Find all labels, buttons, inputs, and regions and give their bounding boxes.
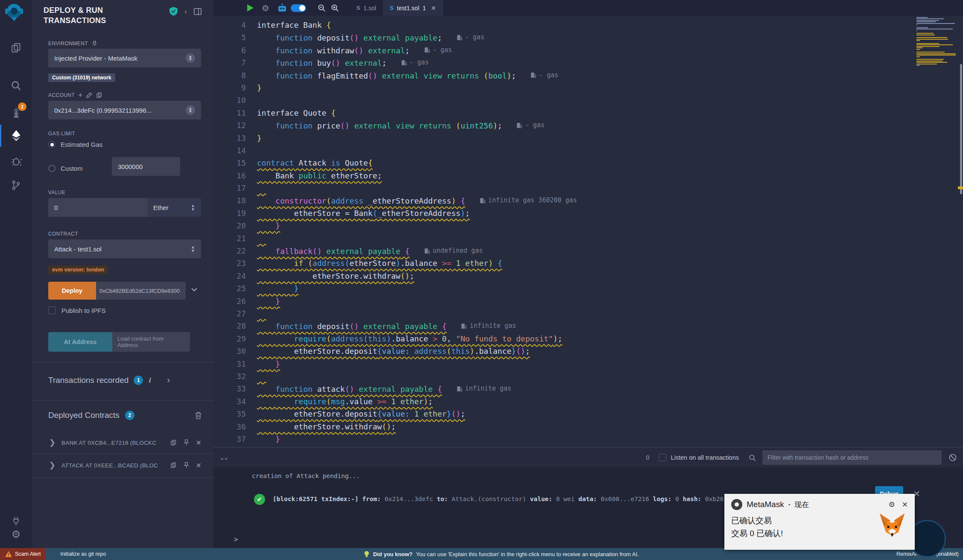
code-line[interactable]: 29 require(address(this).balance > 0, "N… [213,332,577,345]
code-line[interactable]: 18 constructor(address _etherStoreAddres… [213,194,577,207]
listen-all-checkbox[interactable] [659,454,666,461]
notification-close-icon[interactable]: ✕ [902,500,908,509]
expand-contract-icon[interactable]: ❯ [49,461,55,470]
deploy-run-icon[interactable] [0,126,32,145]
file-explorer-icon[interactable] [0,38,32,57]
deploy-address-input[interactable]: 0xCb492BEd52dC13fCD9e8300 [96,282,186,300]
gas-custom-input[interactable]: 3000000 [112,157,180,176]
code-line[interactable]: 37 } [213,433,577,445]
code-line[interactable]: 32 [213,370,577,382]
code-line[interactable]: 17 [213,182,577,194]
copy-account-icon[interactable] [96,92,102,99]
code-line[interactable]: 34 require(msg.value >= 1 ether); [213,395,577,408]
editor-settings-gear-icon[interactable]: ⚙ [262,3,269,13]
terminal-filter-input[interactable]: Filter with transaction hash or address [762,450,942,465]
at-address-button[interactable]: At Address [48,332,112,352]
add-account-icon[interactable]: + [78,91,82,99]
publish-ipfs-checkbox[interactable] [48,306,56,314]
terminal-prompt[interactable]: > [234,535,238,543]
contract-select[interactable]: Attack - test1.sol ▲▼ [48,239,201,258]
code-line[interactable]: 21 [213,232,577,245]
expand-contract-icon[interactable]: ❯ [49,438,55,447]
close-icon[interactable]: ✕ [196,439,201,447]
code-line[interactable]: 9} [213,82,577,94]
copy-icon[interactable] [170,462,177,469]
pin-icon[interactable] [183,439,190,446]
notification-settings-icon[interactable]: ⚙ [889,500,895,509]
remix-logo-icon[interactable] [3,2,25,22]
gas-custom-radio[interactable]: Custom [48,165,83,172]
editor-scrollbar[interactable] [960,64,962,194]
expand-transactions-icon[interactable]: › [167,375,170,386]
code-line[interactable]: 8 function flagEmitted() external view r… [213,69,577,82]
pin-icon[interactable] [183,462,190,469]
trash-icon[interactable] [195,411,202,420]
code-line[interactable]: 16 Bank public etherStore; [213,169,577,182]
scam-alert[interactable]: Scam Alert [0,548,46,560]
info-icon[interactable]: i [148,376,151,384]
code-line[interactable]: 35 etherStore.deposit{value: 1 ether}(); [213,408,577,420]
code-line[interactable]: 24 etherStore.withdraw(); [213,270,577,282]
code-line[interactable]: 25 } [213,282,577,295]
gas-estimated-radio[interactable]: Estimated Gas [48,141,102,148]
code-line[interactable]: 30 etherStore.deposit{value: address(thi… [213,345,577,357]
deployed-contract-row[interactable]: ❯ BANK AT 0XCB4...E7216 (BLOCKC ✕ [32,432,213,453]
code-line[interactable]: 12 function price() external view return… [213,119,577,131]
plug-icon[interactable] [91,40,98,47]
environment-select[interactable]: Injected Provider - MetaMask ▲▼ [48,49,201,67]
code-line[interactable]: 31 } [213,358,577,370]
code-line[interactable]: 26 } [213,295,577,307]
account-select[interactable]: 0x214...3deFc (0.999532113996... ▲▼ [48,101,201,120]
code-line[interactable]: 7 function buy() external;- gas [213,56,577,69]
minimap[interactable] [916,17,957,66]
transactions-recorded-row[interactable]: Transactions recorded 1 i › [48,375,213,386]
value-input[interactable]: 0 [48,198,147,217]
code-line[interactable]: 15contract Attack is Quote{ [213,157,577,169]
at-address-input[interactable]: Load contract from Address [112,332,190,352]
code-line[interactable]: 11interface Quote { [213,107,577,119]
code-line[interactable]: 36 etherStore.withdraw(); [213,420,577,433]
zoom-in-icon[interactable] [330,3,339,12]
code-line[interactable]: 4interface Bank { [213,19,577,31]
settings-gear-icon[interactable]: ⚙ [0,525,32,544]
edit-account-icon[interactable] [86,92,93,99]
code-line[interactable]: 13} [213,132,577,144]
expand-terminal-icon[interactable]: ⌄⌄ [219,454,228,461]
git-icon[interactable] [0,176,32,195]
copy-icon[interactable] [170,439,177,446]
run-script-icon[interactable] [247,4,254,12]
code-line[interactable]: 22 fallback() external payable {undefine… [213,245,577,257]
search-icon[interactable] [0,76,32,95]
git-init-item[interactable]: Initialize as git repo [60,551,106,557]
code-line[interactable]: 33 function attack() external payable {i… [213,382,577,395]
code-line[interactable]: 23 if (address(etherStore).balance >= 1 … [213,257,577,269]
tab-1sol[interactable]: S 1.sol [350,0,383,16]
code-line[interactable]: 20 } [213,219,577,232]
code-line[interactable]: 5 function deposit() external payable;- … [213,31,577,44]
code-line[interactable]: 14 [213,144,577,157]
value-unit-select[interactable]: Ether ▲▼ [147,198,201,217]
clear-terminal-icon[interactable] [948,453,957,462]
close-tab-icon[interactable]: ✕ [431,5,436,12]
deploy-button[interactable]: Deploy [48,282,96,300]
tab-test1sol[interactable]: S test1.sol 1 ✕ [383,0,443,16]
pin-panel-icon[interactable] [194,8,201,15]
code-editor[interactable]: 4interface Bank {5 function deposit() ex… [213,16,963,447]
code-line[interactable]: 6 function withdraw() external;- gas [213,44,577,56]
zoom-out-icon[interactable] [317,3,326,12]
code-line[interactable]: 19 etherStore = Bank(_etherStoreAddress)… [213,207,577,219]
close-icon[interactable]: ✕ [196,461,201,470]
debugger-icon[interactable] [0,152,32,170]
ai-robot-icon[interactable] [277,3,287,13]
code-lines[interactable]: 4interface Bank {5 function deposit() ex… [213,19,577,445]
publish-ipfs-row[interactable]: Publish to IPFS [48,306,105,314]
metamask-notification[interactable]: MetaMask • 现在 ⚙ ✕ 已确认交易 交易 0 已确认! [724,494,915,550]
chevron-right-icon[interactable]: › [184,7,187,16]
copilot-toggle[interactable] [291,4,306,12]
code-line[interactable]: 27 [213,307,577,320]
solidity-compiler-icon[interactable]: 1 [0,103,32,122]
chevron-down-icon[interactable] [190,285,198,296]
code-line[interactable]: 28 function deposit() external payable {… [213,320,577,332]
shield-check-icon[interactable] [169,7,178,16]
code-line[interactable]: 10 [213,94,577,106]
